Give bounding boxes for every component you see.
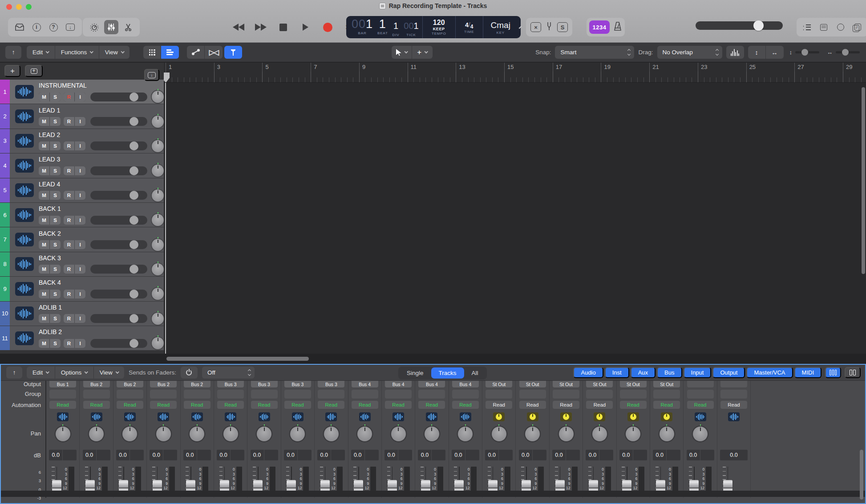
group-slot[interactable]: [486, 390, 512, 399]
horizontal-scrollbar[interactable]: [166, 357, 309, 361]
forward-button[interactable]: [252, 19, 270, 35]
track-name[interactable]: BACK 4: [39, 279, 164, 286]
output-assignment-button[interactable]: St Out: [553, 381, 579, 387]
count-in-button[interactable]: 1234: [589, 20, 610, 34]
snap-dropdown[interactable]: Smart: [555, 46, 634, 59]
record-enable-button[interactable]: R: [64, 240, 74, 249]
mixer-edit-menu[interactable]: Edit: [27, 367, 55, 379]
channel-strip[interactable]: St Out Read 0.0 0 3 6 9 12 15: [650, 381, 684, 498]
channel-strip[interactable]: St Out Read 0.0 0 3 6 9 12 15: [583, 381, 616, 498]
lcd-display[interactable]: 001BAR 1BEAT 1DIV 001TICK 120 KEEP TEMPO…: [346, 16, 521, 38]
output-assignment-button[interactable]: Bus 2: [184, 381, 210, 387]
mixer-view-menu[interactable]: View: [94, 367, 125, 379]
mute-button[interactable]: M: [39, 240, 49, 249]
wide-channel-view-button[interactable]: [845, 367, 861, 378]
automation-mode-button[interactable]: Read: [217, 401, 244, 409]
solo-button[interactable]: S: [50, 339, 61, 348]
automation-mode-button[interactable]: Read: [586, 401, 613, 409]
pan-knob[interactable]: [693, 427, 708, 441]
input-monitor-button[interactable]: I: [75, 93, 85, 101]
record-button[interactable]: [319, 19, 336, 35]
track-pan-knob[interactable]: [152, 214, 164, 226]
group-slot[interactable]: [620, 390, 647, 399]
track-name[interactable]: LEAD 2: [39, 131, 164, 138]
automation-button[interactable]: [187, 46, 205, 59]
channel-strip[interactable]: Bus 3 Read 0.0 0 3 6 9 12 15: [281, 381, 315, 498]
mute-button[interactable]: M: [39, 290, 49, 298]
volume-readout[interactable]: 0.0: [687, 450, 714, 460]
track-volume-slider[interactable]: [90, 216, 147, 225]
output-assignment-button[interactable]: St Out: [486, 381, 512, 387]
track-row[interactable]: 11 ADLIB 2 M S: [0, 326, 164, 351]
input-monitor-button[interactable]: I: [75, 117, 85, 126]
track-list-view-button[interactable]: [161, 46, 179, 59]
stop-button[interactable]: [274, 19, 292, 35]
output-assignment-button[interactable]: St Out: [519, 381, 546, 387]
automation-mode-button[interactable]: Read: [251, 401, 278, 409]
solo-button[interactable]: S: [50, 141, 61, 150]
input-monitor-button[interactable]: I: [75, 141, 85, 150]
input-monitor-button[interactable]: I: [75, 166, 85, 175]
track-volume-slider[interactable]: [90, 191, 147, 200]
volume-readout[interactable]: 0.0: [217, 450, 244, 460]
automation-mode-button[interactable]: Read: [150, 401, 177, 409]
tracks-functions-menu[interactable]: Functions: [55, 46, 99, 59]
automation-mode-button[interactable]: Read: [452, 401, 479, 409]
mixer-filter-button[interactable]: Input: [684, 367, 712, 378]
volume-readout[interactable]: 0.0: [418, 450, 445, 460]
pan-knob[interactable]: [324, 427, 339, 441]
output-assignment-button[interactable]: [687, 381, 714, 387]
track-pan-knob[interactable]: [152, 337, 164, 349]
automation-mode-button[interactable]: Read: [519, 401, 546, 409]
channel-strip[interactable]: Bus 2 Read 0.0 0 3 6 9 12 15: [113, 381, 147, 498]
track-row[interactable]: 9 BACK 4 M S: [0, 277, 164, 301]
output-assignment-button[interactable]: Bus 3: [217, 381, 244, 387]
group-slot[interactable]: [720, 390, 747, 399]
group-slot[interactable]: [83, 390, 110, 399]
output-assignment-button[interactable]: Bus 4: [452, 381, 479, 387]
pan-knob[interactable]: [223, 427, 238, 441]
output-assignment-button[interactable]: Bus 4: [385, 381, 412, 387]
record-enable-button[interactable]: R: [64, 216, 74, 225]
output-assignment-button[interactable]: Bus 4: [352, 381, 378, 387]
pan-knob[interactable]: [559, 427, 574, 441]
bar-ruler[interactable]: 1357911131517192123252729: [164, 63, 866, 83]
track-volume-slider[interactable]: [90, 240, 147, 249]
track-row[interactable]: 6 BACK 1 M S: [0, 203, 164, 227]
channel-strip[interactable]: Bus 4 Read 0.0 0 3 6 9 12 15: [449, 381, 482, 498]
group-slot[interactable]: [184, 390, 210, 399]
mute-button[interactable]: M: [39, 339, 49, 348]
record-enable-button[interactable]: R: [64, 290, 74, 298]
input-monitor-button[interactable]: I: [75, 216, 85, 225]
volume-knob[interactable]: [129, 265, 138, 274]
volume-knob[interactable]: [129, 339, 138, 348]
volume-readout[interactable]: 0.0: [83, 450, 110, 460]
group-slot[interactable]: [117, 390, 143, 399]
mixer-button[interactable]: [104, 20, 118, 34]
volume-knob[interactable]: [129, 166, 138, 175]
channel-strip[interactable]: St Out Read 0.0 0 3 6 9 12 15: [550, 381, 583, 498]
record-enable-button[interactable]: R: [64, 191, 74, 200]
volume-readout[interactable]: 0.0: [619, 450, 647, 460]
add-track-button[interactable]: +: [4, 65, 20, 77]
group-slot[interactable]: [251, 390, 278, 399]
volume-readout[interactable]: 0.0: [552, 450, 580, 460]
command-click-tool-menu[interactable]: +: [412, 46, 433, 59]
pan-knob[interactable]: [592, 427, 607, 441]
horizontal-zoom-slider[interactable]: ↔: [825, 46, 862, 59]
input-monitor-button[interactable]: I: [75, 265, 85, 274]
track-pan-knob[interactable]: [152, 165, 164, 177]
track-volume-slider[interactable]: [90, 265, 147, 274]
solo-button[interactable]: S: [50, 265, 61, 274]
volume-slider-knob[interactable]: [753, 20, 764, 31]
output-assignment-button[interactable]: St Out: [586, 381, 613, 387]
no-input-icon[interactable]: ×: [530, 22, 541, 32]
automation-mode-button[interactable]: Read: [352, 401, 378, 409]
track-name[interactable]: LEAD 3: [39, 156, 164, 163]
track-volume-slider[interactable]: [90, 314, 147, 323]
pan-knob[interactable]: [458, 427, 473, 441]
solo-button[interactable]: S: [50, 93, 61, 101]
group-slot[interactable]: [418, 390, 445, 399]
channel-strip[interactable]: Bus 1 Read 0.0 0 3 6 9 12 15: [46, 381, 80, 498]
record-enable-button[interactable]: R: [64, 339, 74, 348]
